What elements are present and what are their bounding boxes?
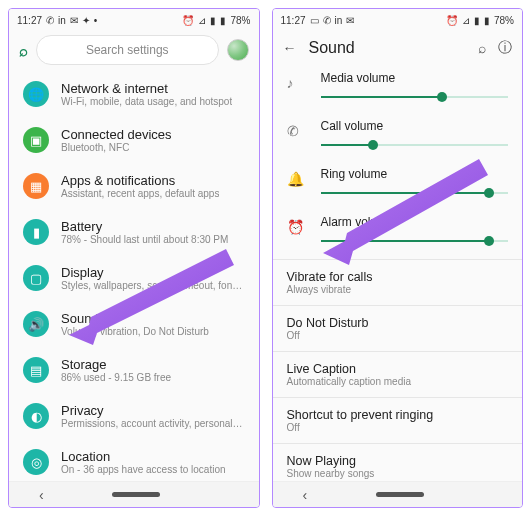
volume-slider[interactable] <box>321 235 509 247</box>
location-icon: ◎ <box>23 449 49 475</box>
search-icon[interactable]: ⌕ <box>478 40 486 56</box>
option-title: Live Caption <box>287 362 509 376</box>
row-title: Location <box>61 449 226 464</box>
slider-ring-volume: 🔔Ring volume <box>273 161 523 209</box>
row-subtitle: 78% - Should last until about 8:30 PM <box>61 234 228 245</box>
settings-row-sound[interactable]: 🔊SoundVolume, vibration, Do Not Disturb <box>9 301 259 347</box>
back-nav-icon[interactable]: ‹ <box>303 487 308 503</box>
settings-row-network-internet[interactable]: 🌐Network & internetWi-Fi, mobile, data u… <box>9 71 259 117</box>
option-subtitle: Automatically caption media <box>287 376 509 387</box>
slider-label: Call volume <box>321 119 509 133</box>
volume-slider[interactable] <box>321 91 509 103</box>
option-shortcut-to-prevent-ringing[interactable]: Shortcut to prevent ringingOff <box>273 400 523 441</box>
sound-icon: 🔊 <box>23 311 49 337</box>
battery-percent: 78% <box>230 15 250 26</box>
settings-screen: 11:27 ✆ in ✉ ✦ • ⏰ ⊿ ▮ ▮ 78% ⌕ Search se… <box>8 8 260 508</box>
option-vibrate-for-calls[interactable]: Vibrate for callsAlways vibrate <box>273 262 523 303</box>
phone-icon: ✆ <box>287 123 299 139</box>
nav-bar: ‹ <box>273 481 523 507</box>
slider-label: Media volume <box>321 71 509 85</box>
settings-row-apps-notifications[interactable]: ▦Apps & notificationsAssistant, recent a… <box>9 163 259 209</box>
privacy-icon: ◐ <box>23 403 49 429</box>
slider-label: Alarm volume <box>321 215 509 229</box>
option-now-playing[interactable]: Now PlayingShow nearby songs <box>273 446 523 481</box>
sms-icon: ▭ <box>310 15 319 26</box>
slider-media-volume: ♪Media volume <box>273 65 523 113</box>
back-icon[interactable]: ← <box>283 40 297 56</box>
signal-icon: ▮ <box>210 15 216 26</box>
option-title: Shortcut to prevent ringing <box>287 408 509 422</box>
row-subtitle: Permissions, account activity, personal … <box>61 418 245 429</box>
row-subtitle: Styles, wallpapers, screen timeout, font… <box>61 280 245 291</box>
alarm-icon: ⏰ <box>182 15 194 26</box>
devices-icon: ▣ <box>23 127 49 153</box>
settings-row-connected-devices[interactable]: ▣Connected devicesBluetooth, NFC <box>9 117 259 163</box>
twitter-icon: ✦ <box>82 15 90 26</box>
option-title: Do Not Disturb <box>287 316 509 330</box>
apps-icon: ▦ <box>23 173 49 199</box>
option-do-not-disturb[interactable]: Do Not DisturbOff <box>273 308 523 349</box>
music-icon: ♪ <box>287 75 294 91</box>
divider <box>273 397 523 398</box>
settings-list: 🌐Network & internetWi-Fi, mobile, data u… <box>9 71 259 481</box>
back-nav-icon[interactable]: ‹ <box>39 487 44 503</box>
row-title: Privacy <box>61 403 245 418</box>
battery-icon: ▮ <box>484 15 490 26</box>
settings-row-display[interactable]: ▢DisplayStyles, wallpapers, screen timeo… <box>9 255 259 301</box>
option-subtitle: Show nearby songs <box>287 468 509 479</box>
divider <box>273 443 523 444</box>
help-icon[interactable]: ⓘ <box>498 39 512 57</box>
display-icon: ▢ <box>23 265 49 291</box>
battery-icon: ▮ <box>23 219 49 245</box>
status-bar: 11:27 ✆ in ✉ ✦ • ⏰ ⊿ ▮ ▮ 78% <box>9 9 259 31</box>
divider <box>273 351 523 352</box>
row-subtitle: Wi-Fi, mobile, data usage, and hotspot <box>61 96 232 107</box>
search-input[interactable]: Search settings <box>36 35 219 65</box>
settings-row-storage[interactable]: ▤Storage86% used - 9.15 GB free <box>9 347 259 393</box>
row-subtitle: 86% used - 9.15 GB free <box>61 372 171 383</box>
row-subtitle: Assistant, recent apps, default apps <box>61 188 219 199</box>
search-row: ⌕ Search settings <box>9 31 259 71</box>
search-placeholder: Search settings <box>86 43 169 57</box>
volume-slider[interactable] <box>321 187 509 199</box>
wifi-icon: ⊿ <box>462 15 470 26</box>
status-time: 11:27 <box>281 15 306 26</box>
row-subtitle: On - 36 apps have access to location <box>61 464 226 475</box>
alarm-icon: ⏰ <box>446 15 458 26</box>
row-title: Battery <box>61 219 228 234</box>
whatsapp-icon: ✆ <box>46 15 54 26</box>
option-subtitle: Off <box>287 422 509 433</box>
more-icon: • <box>94 15 98 26</box>
signal-icon: ▮ <box>474 15 480 26</box>
divider <box>273 305 523 306</box>
status-time: 11:27 <box>17 15 42 26</box>
wifi-icon: ⊿ <box>198 15 206 26</box>
settings-row-location[interactable]: ◎LocationOn - 36 apps have access to loc… <box>9 439 259 481</box>
row-title: Storage <box>61 357 171 372</box>
row-title: Display <box>61 265 245 280</box>
volume-slider[interactable] <box>321 139 509 151</box>
app-bar: ← Sound ⌕ ⓘ <box>273 31 523 65</box>
option-title: Vibrate for calls <box>287 270 509 284</box>
page-title: Sound <box>309 39 355 57</box>
row-subtitle: Bluetooth, NFC <box>61 142 172 153</box>
slider-call-volume: ✆Call volume <box>273 113 523 161</box>
whatsapp-icon: ✆ <box>323 15 331 26</box>
home-pill[interactable] <box>376 492 424 497</box>
row-title: Sound <box>61 311 209 326</box>
linkedin-icon: in <box>335 15 343 26</box>
avatar[interactable] <box>227 39 249 61</box>
mail-icon: ✉ <box>70 15 78 26</box>
home-pill[interactable] <box>112 492 160 497</box>
option-live-caption[interactable]: Live CaptionAutomatically caption media <box>273 354 523 395</box>
settings-row-privacy[interactable]: ◐PrivacyPermissions, account activity, p… <box>9 393 259 439</box>
battery-icon: ▮ <box>220 15 226 26</box>
search-icon[interactable]: ⌕ <box>19 42 28 59</box>
option-subtitle: Off <box>287 330 509 341</box>
alarm-icon: ⏰ <box>287 219 304 235</box>
row-title: Connected devices <box>61 127 172 142</box>
slider-label: Ring volume <box>321 167 509 181</box>
option-subtitle: Always vibrate <box>287 284 509 295</box>
settings-row-battery[interactable]: ▮Battery78% - Should last until about 8:… <box>9 209 259 255</box>
nav-bar: ‹ <box>9 481 259 507</box>
